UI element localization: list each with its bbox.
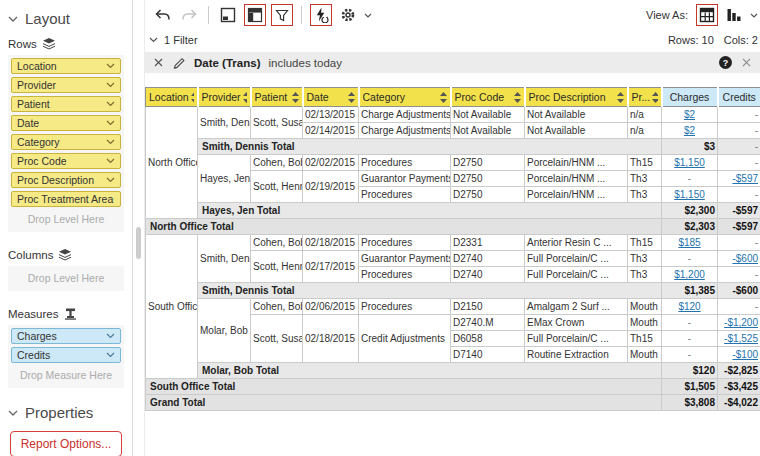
amount-link[interactable]: $120 [662,299,718,315]
redo-button[interactable] [178,4,200,26]
settings-button[interactable] [337,4,359,26]
undo-icon [154,8,171,23]
edit-pencil-icon[interactable] [172,56,186,69]
dimension-cell: D7140 [451,347,525,363]
amount-link[interactable]: $1,150 [662,155,718,171]
column-header-patient[interactable]: Patient [251,88,303,107]
properties-section-header[interactable]: Properties [8,404,124,421]
amount-link[interactable]: -$100 [718,347,760,363]
row-level-pill-patient[interactable]: Patient [11,96,121,112]
dimension-cell: 02/18/2015 [303,235,359,251]
dimension-cell: 02/17/2015 [303,251,359,283]
dimension-cell: Porcelain/HNM ... [525,171,628,187]
row-level-pill-location[interactable]: Location [11,58,121,74]
amount-link[interactable]: $2 [662,107,718,123]
dimension-cell: Amalgam 2 Surf ... [525,299,628,315]
dimension-cell: n/a [628,123,662,139]
measure-pill-credits[interactable]: Credits [11,347,121,363]
pill-label: Location [17,60,57,72]
office-total-row: North Office Total$2,303-$597 [146,219,760,235]
close-icon[interactable] [741,57,752,68]
column-header-credits[interactable]: Credits [718,88,760,107]
measures-drop-zone[interactable]: ChargesCreditsDrop Measure Here [8,325,124,388]
row-level-pill-category[interactable]: Category [11,134,121,150]
amount-link[interactable]: $1,200 [662,267,718,283]
dimension-cell: D2331 [451,235,525,251]
auto-refresh-button[interactable] [310,4,332,26]
sort-icon [617,92,624,103]
amount-link[interactable]: -$1,525 [718,331,760,347]
layout-section-header[interactable]: Layout [8,10,124,27]
row-level-pill-proc-description[interactable]: Proc Description [11,172,121,188]
sort-icon [440,92,447,103]
amount-link[interactable]: -$1,200 [718,315,760,331]
column-header-charges[interactable]: Charges [662,88,718,107]
row-level-pill-provider[interactable]: Provider [11,77,121,93]
amount-link[interactable]: $185 [662,235,718,251]
cols-count: Cols: 2 [724,34,758,46]
layout-simple-view-button[interactable] [217,4,239,26]
columns-section-label: Columns [8,248,124,262]
undo-button[interactable] [151,4,173,26]
column-header-category[interactable]: Category [359,88,451,107]
total-amount-cell: $1,505 [662,379,718,395]
help-icon[interactable]: ? [719,56,732,69]
row-level-pill-proc-treatment-area[interactable]: Proc Treatment Area [11,191,121,207]
columns-drop-zone[interactable]: Drop Level Here [8,266,124,291]
sort-icon [348,92,355,103]
dimension-cell: Procedures [359,187,451,203]
row-level-pill-proc-code[interactable]: Proc Code [11,153,121,169]
chevron-down-icon[interactable] [364,13,372,18]
empty-amount-cell: - [718,187,760,203]
total-label-cell: Smith, Dennis Total [198,283,662,299]
column-header-provider[interactable]: Provider [198,88,251,107]
filter-count-label[interactable]: 1 Filter [164,34,198,46]
column-header-label: Provider [202,91,241,103]
column-header-pr[interactable]: Pr... [628,88,662,107]
empty-amount-cell: - [718,267,760,283]
column-header-location[interactable]: Location [146,88,198,107]
dimension-cell: Charge Adjustments [359,107,451,123]
report-options-button[interactable]: Report Options... [10,431,122,456]
filter-field-name[interactable]: Date (Trans) [194,57,260,69]
dimension-cell: Scott, Susan [251,315,303,363]
properties-title: Properties [25,404,93,421]
layout-title: Layout [25,10,70,27]
column-header-proc-code[interactable]: Proc Code [451,88,525,107]
view-as-table-button[interactable] [696,4,718,26]
rows-drop-zone[interactable]: LocationProviderPatientDateCategoryProc … [8,55,124,232]
amount-link[interactable]: $2 [662,123,718,139]
data-row: North OfficeSmith, DennisScott, Susan02/… [146,107,760,123]
dimension-cell: Guarantor Payments [359,251,451,267]
pill-label: Credits [17,349,50,361]
dimension-cell: Th3 [628,267,662,283]
measure-pill-charges[interactable]: Charges [11,328,121,344]
amount-link[interactable]: $1,150 [662,187,718,203]
column-header-proc-description[interactable]: Proc Description [525,88,628,107]
empty-amount-cell: - [662,315,718,331]
chevron-down-icon [106,120,115,126]
row-level-pill-date[interactable]: Date [11,115,121,131]
chevron-down-icon[interactable] [149,37,158,43]
sort-icon [243,92,247,103]
report-builder-app: Layout Rows LocationProviderPatientDateC… [0,0,760,456]
dimension-cell: Procedures [359,267,451,283]
dimension-cell: Hayes, Jen [198,155,251,203]
total-amount-cell: $120 [662,363,718,379]
dimension-cell: Porcelain/HNM ... [525,187,628,203]
dimension-cell: Procedures [359,299,451,315]
grid-dimensions: Rows: 10 Cols: 2 [668,34,758,46]
amount-link[interactable]: -$600 [718,251,760,267]
measures-clamp-icon [64,308,77,320]
amount-link[interactable]: -$597 [718,171,760,187]
scrollbar-thumb[interactable] [136,227,141,259]
filter-summary-bar: 1 Filter Rows: 10 Cols: 2 [145,30,760,49]
panel-scrollbar[interactable] [133,0,145,456]
total-amount-cell: -$3,425 [718,379,760,395]
view-as-chart-button[interactable] [723,4,745,26]
chevron-down-icon[interactable] [750,13,758,18]
layout-pivot-view-button[interactable] [244,4,266,26]
remove-filter-icon[interactable] [153,57,164,68]
filter-button[interactable] [271,4,293,26]
column-header-date[interactable]: Date [303,88,359,107]
